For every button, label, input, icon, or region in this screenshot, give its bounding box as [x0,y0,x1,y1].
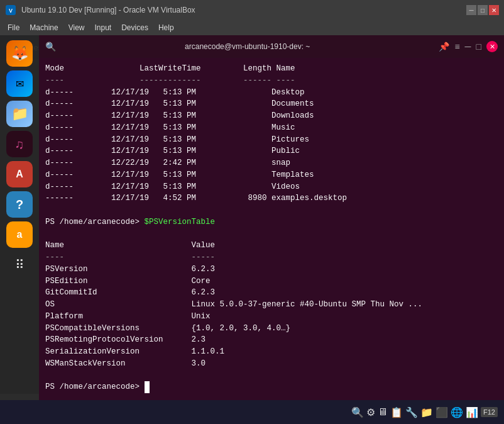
list-item: d----- 12/17/19 5:13 PM Music [45,122,498,134]
table-row: PSVersion 6.2.3 [45,264,498,276]
prompt-line-1: PS /home/arcanecode> $PSVersionTable [45,216,498,228]
layout: V Ubuntu 19.10 Dev [Running] - Oracle VM… [0,0,504,424]
list-item: d----- 12/22/19 2:42 PM snap [45,157,498,169]
table-row: PSCompatibleVersions {1.0, 2.0, 3.0, 4.0… [45,323,498,335]
blank-line [45,204,498,216]
hamburger-icon[interactable]: ≡ [454,42,459,52]
titlebar: V Ubuntu 19.10 Dev [Running] - Oracle VM… [0,0,504,20]
dock-icon-help[interactable]: ? [6,191,33,218]
minimize-button[interactable]: ─ [466,5,476,15]
vbox-logo-icon: V [5,4,16,16]
svg-text:V: V [9,8,13,14]
dock-icon-amazon[interactable]: a [6,221,33,248]
table-header-sep: ---- ------------- ------ ---- [45,75,498,87]
dock-icon-files[interactable]: 📁 [6,101,33,127]
menu-help[interactable]: Help [153,22,179,33]
taskbar: 🔍 ⚙ 🖥 📋 🔧 📁 ⬛ 🌐 📊 F12 [0,400,504,424]
taskbar-icon-6[interactable]: 📁 [420,406,433,418]
blank-line [45,370,498,382]
table-header-sep2: ---- ----- [45,252,498,264]
window-controls: ─ □ ✕ [466,5,499,15]
table-row: Platform Unix [45,311,498,323]
ubuntu-dock: 🦊 ✉ 📁 ♫ A ? a ⠿ [0,35,39,394]
menu-devices[interactable]: Devices [116,22,153,33]
terminal-window: 🔍 arcanecode@vm-ubuntu-1910-dev: ~ 📌 ≡ ─… [39,35,504,394]
table-row: SerializationVersion 1.1.0.1 [45,346,498,358]
search-icon[interactable]: 🔍 [45,42,56,52]
list-item: d----- 12/17/19 5:13 PM Pictures [45,134,498,146]
main-content: 🔍 arcanecode@vm-ubuntu-1910-dev: ~ 📌 ≡ ─… [39,35,504,400]
terminal-header: 🔍 arcanecode@vm-ubuntu-1910-dev: ~ 📌 ≡ ─… [39,35,504,58]
table-row: PSRemotingProtocolVersion 2.3 [45,334,498,346]
dock-icon-thunderbird[interactable]: ✉ [6,70,33,97]
list-item: ------ 12/17/19 4:52 PM 8980 examples.de… [45,192,498,204]
table-row: OS Linux 5.0.0-37-generic #40-Ubuntu SMP… [45,299,498,311]
taskbar-icon-8[interactable]: 🌐 [451,406,463,418]
close-button[interactable]: ✕ [489,5,499,15]
virtualbox-icon: V [5,4,16,16]
terminal-minimize-icon[interactable]: ─ [465,42,471,52]
cursor [145,381,150,393]
window-title: Ubuntu 19.10 Dev [Running] - Oracle VM V… [21,6,461,14]
table-row: PSEdition Core [45,276,498,287]
terminal-header-buttons: 📌 ≡ ─ □ ✕ [439,41,498,52]
table-header-mode: Mode LastWriteTime Length Name [45,63,498,75]
taskbar-icon-9[interactable]: 📊 [466,406,478,418]
menu-machine[interactable]: Machine [25,22,63,33]
taskbar-icon-2[interactable]: ⚙ [366,406,375,418]
menu-file[interactable]: File [3,22,25,33]
list-item: d----- 12/17/19 5:13 PM Templates [45,169,498,181]
taskbar-icon-5[interactable]: 🔧 [405,406,418,418]
terminal-close-icon[interactable]: ✕ [486,41,498,52]
list-item: d----- 12/17/19 5:13 PM Downloads [45,110,498,122]
list-item: d----- 12/17/19 5:13 PM Documents [45,98,498,110]
taskbar-icon-3[interactable]: 🖥 [378,406,388,418]
table-header-name: Name Value [45,240,498,252]
terminal-maximize-icon[interactable]: □ [476,42,481,52]
list-item: d----- 12/17/19 5:13 PM Public [45,145,498,157]
dock-icon-firefox[interactable]: 🦊 [6,40,33,67]
terminal-body[interactable]: Mode LastWriteTime Length Name ---- ----… [39,58,504,394]
prompt-text-1: PS /home/arcanecode> [45,218,145,226]
table-row: WSManStackVersion 3.0 [45,358,498,370]
list-item: d----- 12/17/19 5:13 PM Videos [45,181,498,193]
prompt-text-2: PS /home/arcanecode> [45,382,145,391]
maximize-button[interactable]: □ [478,5,488,15]
ps-variable: $PSVersionTable [145,218,216,226]
list-item: d----- 12/17/19 5:13 PM Desktop [45,87,498,99]
taskbar-icon-4[interactable]: 📋 [390,406,403,418]
taskbar-icons: 🔍 ⚙ 🖥 📋 🔧 📁 ⬛ 🌐 📊 F12 [351,406,498,418]
taskbar-icon-1[interactable]: 🔍 [351,406,364,418]
table-row: GitCommitId 6.2.3 [45,287,498,299]
dock-icon-rhythmbox[interactable]: ♫ [6,131,33,157]
menubar: File Machine View Input Devices Help [0,20,504,35]
taskbar-icon-7[interactable]: ⬛ [436,406,448,418]
dock-icon-grid[interactable]: ⠿ [6,252,33,278]
menu-view[interactable]: View [63,22,90,33]
terminal-title: arcanecode@vm-ubuntu-1910-dev: ~ [61,42,434,51]
dock-icon-app-installer[interactable]: A [6,161,33,187]
pin-icon[interactable]: 📌 [439,42,449,52]
taskbar-f12: F12 [481,407,498,417]
menu-input[interactable]: Input [90,22,117,33]
blank-line [45,228,498,240]
prompt-line-2: PS /home/arcanecode> [45,381,498,393]
